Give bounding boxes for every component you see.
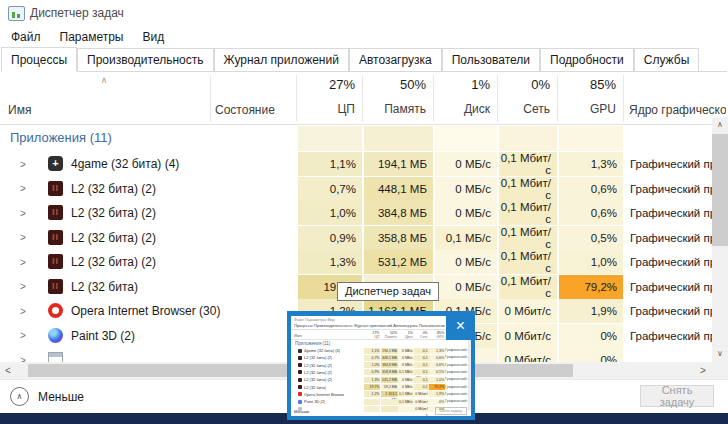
cell-gpu-engine: Графический пр [623,152,712,176]
column-header-cpu[interactable]: 27%ЦП [296,76,362,122]
tab-services[interactable]: Службы [634,48,699,71]
usage-percent: 85% [557,76,616,94]
mini-scrollbar [468,340,471,410]
expand-chevron-icon[interactable]: > [20,152,26,176]
usage-label: Память [362,102,426,116]
mini-fewer-details: Меньше [294,409,309,414]
l2-icon: II [48,205,63,220]
process-row[interactable]: 1,0%384,8 МБ0 МБ/с0,1 Мбит/с0,6%Графичес… [0,201,712,225]
window-title: Диспетчер задач [30,6,124,20]
fewer-details-label: Меньше [38,390,84,404]
cell-net: 0,1 Мбит/с [497,177,557,201]
vertical-scrollbar[interactable]: ∧ ∨ [712,117,728,362]
window-icon [48,352,63,362]
cell-mem: 384,8 МБ [362,201,433,225]
column-header-gpu[interactable]: 85%GPU [557,76,623,122]
mini-cell-gpu: 0,6% [429,355,445,361]
mini-cell-disk: 0,1 МБ/с [398,369,414,375]
mini-cell-cpu: 1,0% [364,362,380,368]
cell-cpu: 1,0% [296,201,362,225]
mini-header-line [291,339,471,340]
mini-cell-mem: 448,1 МБ [381,355,399,361]
cell-gpu: 1,9% [557,299,623,323]
usage-label: Диск [433,102,490,116]
cell-gpu-engine [623,348,712,362]
column-header-gpu-engine[interactable]: Ядро графического [629,103,726,117]
cell-cpu: 0,9% [296,226,362,250]
cell-net: 0 Мбит/с [497,324,557,348]
scrollbar-corner [712,362,728,379]
mini-cell-disk [398,406,414,412]
tab-processes[interactable]: Процессы [1,47,77,72]
l2-icon: II [48,279,63,294]
tab-app-history[interactable]: Журнал приложений [214,48,349,71]
mini-row: L2 (32 бита) (2)1,0%384,8 МБ0 МБ/с0,1 Мб… [291,362,471,369]
tab-startup[interactable]: Автозагрузка [349,48,442,71]
mini-cell-net: 0,1 Мбит/с [414,348,429,354]
mini-engine: Графический пр [445,377,469,382]
mini-cell-disk: 0 МБ/с [398,355,414,361]
process-name: L2 (32 бита) [71,275,138,299]
tab-users[interactable]: Пользователи [442,48,540,71]
scroll-up-icon[interactable]: ∧ [712,117,728,133]
column-header-memory[interactable]: 50%Память [362,76,433,122]
mini-row: L2 (32 бита)19,7%59,2 МБ0 МБ/с0,1 Мбит/с… [291,384,471,391]
mini-tabs: Процессы Производительность Журнал прило… [294,323,468,328]
menu-view[interactable]: Вид [139,28,167,46]
tab-details[interactable]: Подробности [540,48,634,71]
cell-cpu: 0,7% [296,177,362,201]
column-header-status[interactable]: Состояние [215,103,275,117]
expand-chevron-icon[interactable]: > [20,177,26,201]
sort-ascending-icon[interactable]: ∧ [92,75,116,85]
mini-engine: Графический пр [445,385,469,390]
process-name: L2 (32 бита) (2) [71,177,156,201]
fewer-details-toggle[interactable]: ∧ Меньше [10,387,84,406]
expand-chevron-icon[interactable]: > [20,324,26,348]
cell-gpu-engine: Графический пр [623,299,712,323]
process-name: Paint 3D (2) [71,324,135,348]
process-row[interactable]: 1,3%531,2 МБ0 МБ/с0,1 Мбит/с1,0%Графичес… [0,250,712,274]
usage-percent: 1% [433,76,490,94]
process-row[interactable]: 0,9%358,8 МБ0,1 МБ/с0,1 Мбит/с0,5%Графич… [0,226,712,250]
mini-engine: Графический пр [445,348,469,353]
mini-cell-net: 0,1 Мбит/с [414,369,429,375]
expand-chevron-icon[interactable]: > [20,348,26,362]
mini-engine: Графический пр [445,355,469,360]
expand-chevron-icon[interactable]: > [20,299,26,323]
expand-chevron-icon[interactable]: > [20,275,26,299]
window-preview-thumbnail[interactable]: Файл Параметры ВидПроцессы Производитель… [291,316,471,416]
process-row[interactable]: 0,7%448,1 МБ0 МБ/с0,1 Мбит/с0,6%Графичес… [0,177,712,201]
end-task-button[interactable]: Снять задачу [640,385,714,407]
column-header-disk[interactable]: 1%Диск [433,76,497,122]
menu-options[interactable]: Параметры [57,28,127,46]
mini-name-header: Имя [294,333,302,338]
scroll-down-icon[interactable]: ∨ [712,346,728,362]
expand-chevron-icon[interactable]: > [20,250,26,274]
cell-disk: 0 МБ/с [433,201,497,225]
expand-chevron-icon[interactable]: > [20,226,26,250]
mini-engine: Графический пр [445,363,469,368]
mini-row: L2 (32 бита) (2)1,3%531,2 МБ0 МБ/с0,1 Мб… [291,376,471,383]
mini-cell-disk: 0 МБ/с [398,384,414,390]
close-icon[interactable]: × [446,311,475,340]
cell-net: 0,1 Мбит/с [497,275,557,299]
cell-gpu-engine: Графический пр [623,201,712,225]
taskbar-preview-popup[interactable]: Файл Параметры ВидПроцессы Производитель… [287,311,475,420]
mini-row: 4game (32 бита) (4)1,1%194,1 МБ0 МБ/с0,1… [291,347,471,354]
cell-net: 0 Мбит/с [497,299,557,323]
process-name: L2 (32 бита) (2) [71,201,156,225]
scroll-right-icon[interactable]: > [695,362,711,379]
mini-end-task-button: Снять задачу [435,407,467,415]
process-row[interactable]: 1,1%194,1 МБ0 МБ/с0,1 Мбит/с1,3%Графичес… [0,152,712,176]
menu-file[interactable]: Файл [8,28,44,46]
expand-chevron-icon[interactable]: > [20,201,26,225]
scroll-left-icon[interactable]: < [0,362,16,379]
column-header-network[interactable]: 0%Сеть [497,76,557,122]
mini-cell-cpu: 1,3% [364,377,380,383]
group-row-apps[interactable]: Приложения (11) [0,126,712,151]
vertical-scrollbar-thumb[interactable] [712,134,728,246]
mini-group-label: Приложения (11) [295,341,330,346]
mini-cell-cpu: 19,7% [364,384,380,390]
column-header-name[interactable]: Имя [8,103,31,117]
tab-performance[interactable]: Производительность [77,48,213,71]
